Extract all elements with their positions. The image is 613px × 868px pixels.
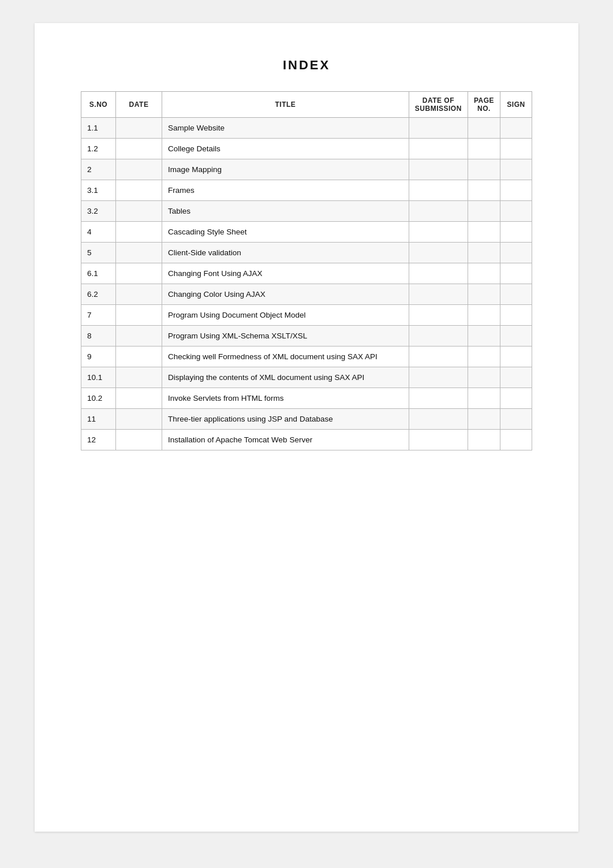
- table-row: 7Program Using Document Object Model: [81, 305, 532, 326]
- page-title: INDEX: [81, 58, 532, 73]
- page-container: INDEX S.NO DATE TITLE DATE OF SUBMISSION…: [35, 23, 578, 832]
- table-row: 10.1Displaying the contents of XML docum…: [81, 367, 532, 388]
- table-row: 8Program Using XML-Schema XSLT/XSL: [81, 326, 532, 347]
- table-row: 1.2College Details: [81, 139, 532, 159]
- table-row: 2Image Mapping: [81, 159, 532, 180]
- table-row: 11Three-tier applications using JSP and …: [81, 409, 532, 430]
- index-table: S.NO DATE TITLE DATE OF SUBMISSION PAGE …: [81, 91, 532, 450]
- table-row: 6.2Changing Color Using AJAX: [81, 284, 532, 305]
- header-pageno: PAGE NO.: [468, 92, 500, 118]
- table-row: 9Checking well Formedness of XML documen…: [81, 347, 532, 367]
- header-submission: DATE OF SUBMISSION: [409, 92, 468, 118]
- table-row: 10.2Invoke Servlets from HTML forms: [81, 388, 532, 409]
- table-row: 6.1Changing Font Using AJAX: [81, 263, 532, 284]
- table-row: 5Client-Side validation: [81, 243, 532, 263]
- table-row: 1.1Sample Website: [81, 118, 532, 139]
- header-title: TITLE: [162, 92, 409, 118]
- header-sign: SIGN: [500, 92, 532, 118]
- table-row: 3.1Frames: [81, 180, 532, 201]
- table-row: 4Cascading Style Sheet: [81, 222, 532, 243]
- header-date: DATE: [116, 92, 162, 118]
- table-row: 12Installation of Apache Tomcat Web Serv…: [81, 430, 532, 450]
- table-header-row: S.NO DATE TITLE DATE OF SUBMISSION PAGE …: [81, 92, 532, 118]
- table-row: 3.2Tables: [81, 201, 532, 222]
- header-sno: S.NO: [81, 92, 116, 118]
